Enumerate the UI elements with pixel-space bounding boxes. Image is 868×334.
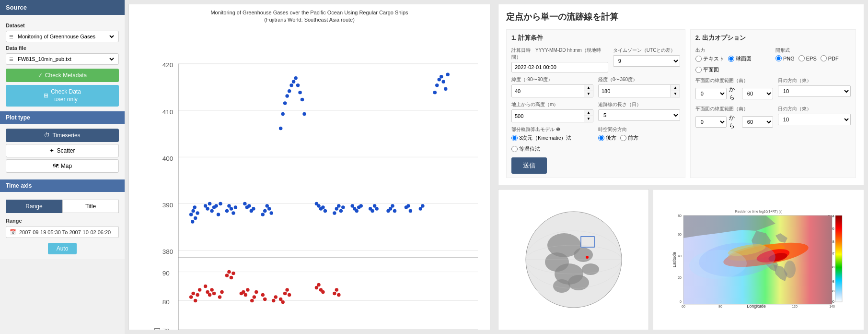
check-metadata-button[interactable]: ✓ Check Metadata (6, 69, 119, 82)
format-png-label[interactable]: PNG (775, 55, 795, 61)
check-data-button[interactable]: ⊞ Check Datauser only (6, 85, 119, 107)
format-png-radio[interactable] (775, 55, 782, 61)
svg-point-56 (324, 209, 327, 212)
dir-backward-radio[interactable] (598, 135, 604, 141)
right-panel: 定点から単一の流跡線を計算 1. 計算条件 計算日時 YYYY-MM-DD hh… (494, 0, 868, 334)
svg-point-26 (227, 204, 231, 207)
lat-north-select2[interactable]: 60 (742, 116, 773, 128)
calc-grid: 1. 計算条件 計算日時 YYYY-MM-DD hh:mm（現地時間） タイムゾ… (506, 29, 856, 178)
svg-text:410: 410 (162, 108, 173, 115)
svg-point-44 (288, 89, 291, 93)
format-eps-radio[interactable] (799, 55, 805, 61)
svg-text:120: 120 (792, 305, 798, 308)
alt-down[interactable]: ▼ (584, 116, 593, 122)
svg-point-108 (220, 290, 223, 294)
svg-point-16 (193, 205, 196, 209)
dataset-icon: ☰ (9, 34, 13, 39)
svg-point-121 (263, 297, 266, 300)
submit-button[interactable]: 送信 (511, 157, 547, 174)
svg-point-60 (339, 209, 343, 212)
svg-point-134 (335, 288, 338, 291)
format-pdf-radio[interactable] (821, 55, 827, 61)
dataset-select-wrapper[interactable]: ☰ Monitoring of Greenhouse Gases (6, 31, 119, 42)
dir-forward-label[interactable]: 前方 (620, 134, 638, 142)
lon-range-select1[interactable]: 10 (778, 85, 851, 97)
svg-point-109 (225, 274, 229, 277)
svg-text:60: 60 (678, 233, 682, 236)
model-iso-radio[interactable] (511, 146, 518, 152)
timeseries-button[interactable]: ⏱ Timeseries (6, 129, 119, 142)
svg-point-51 (302, 112, 306, 116)
lat-down[interactable]: ▼ (584, 91, 593, 97)
auto-button[interactable]: Auto (48, 243, 77, 254)
datetime-group: 計算日時 YYYY-MM-DD hh:mm（現地時間） (511, 47, 608, 72)
svg-point-49 (298, 91, 301, 94)
svg-point-72 (389, 207, 392, 210)
format-eps-label[interactable]: EPS (799, 55, 817, 61)
lat-input[interactable] (512, 85, 584, 97)
lon-up[interactable]: ▲ (671, 85, 680, 91)
svg-point-32 (247, 204, 251, 207)
output-flat-radio[interactable] (695, 67, 702, 73)
output-text-radio[interactable] (695, 56, 702, 62)
calc-panel-title: 定点から単一の流跡線を計算 (506, 11, 856, 23)
format-pdf-label[interactable]: PDF (821, 55, 839, 61)
svg-point-79 (441, 80, 445, 83)
output-text-label[interactable]: テキスト (695, 55, 724, 62)
svg-point-17 (204, 204, 207, 207)
output-globe-label[interactable]: 球面図 (728, 55, 752, 62)
svg-point-76 (435, 84, 439, 87)
scatter-button[interactable]: ✦ Scatter (6, 144, 119, 157)
svg-point-39 (269, 211, 273, 215)
svg-text:20: 20 (678, 276, 682, 279)
svg-point-117 (250, 298, 254, 302)
check-data-label: Check Datauser only (51, 88, 81, 103)
lat-input-wrapper[interactable]: ▲ ▼ (511, 84, 593, 97)
model-radio-group: 3次元（Kinematic）法 等温位法 (511, 134, 593, 153)
datafile-select[interactable]: FW81S_10min_pub.txt (16, 56, 116, 62)
dataset-select[interactable]: Monitoring of Greenhouse Gases (16, 33, 116, 40)
svg-point-122 (272, 298, 275, 302)
lon-input-wrapper[interactable]: ▲ ▼ (598, 84, 680, 97)
svg-point-102 (204, 285, 207, 288)
alt-input-wrapper[interactable]: ▲ ▼ (511, 109, 593, 122)
svg-point-50 (301, 98, 304, 101)
dir-forward-radio[interactable] (620, 135, 626, 141)
alt-input[interactable] (512, 110, 584, 122)
lat-north-select[interactable]: 60 (742, 88, 773, 99)
lat-up[interactable]: ▲ (584, 85, 593, 91)
lon-range-select2[interactable]: 10 (778, 114, 851, 125)
output-globe-radio[interactable] (728, 56, 734, 62)
dir-backward-label[interactable]: 後方 (598, 134, 616, 142)
svg-point-24 (219, 202, 222, 205)
range-tab[interactable]: Range (6, 200, 62, 213)
lat-south-select[interactable]: 0 (695, 88, 727, 99)
dur-select[interactable]: 5 (598, 109, 680, 121)
lat-range-row1: 平面図の緯度範囲（南） 0 から 60 日の方向（東） (695, 77, 851, 102)
map-button[interactable]: 🗺 Map (6, 159, 119, 173)
lon-label: 経度（0〜360度） (598, 76, 680, 83)
svg-point-114 (242, 290, 245, 294)
svg-point-166 (553, 279, 570, 293)
svg-text:90: 90 (162, 270, 170, 277)
lon-down[interactable]: ▼ (671, 91, 680, 97)
datetime-input[interactable] (511, 62, 608, 72)
lat-lon-row: 緯度（-90〜90度） ▲ ▼ 経度（0〜360度） (511, 76, 680, 97)
model-3d-radio[interactable] (511, 135, 518, 141)
datafile-select-wrapper[interactable]: ☰ FW81S_10min_pub.txt (6, 53, 119, 65)
chart-title-line2: (Fujitrans World: Southeast Asia route) (264, 17, 355, 23)
output-flat-label[interactable]: 平面図 (695, 66, 719, 73)
format-label: 開形式 (775, 47, 851, 54)
lat-south-select2[interactable]: 0 (695, 116, 727, 128)
model-3d-label[interactable]: 3次元（Kinematic）法 (511, 134, 571, 142)
title-tab[interactable]: Title (62, 200, 119, 213)
svg-text:380: 380 (162, 248, 173, 255)
output-group: 出力 テキスト 球面図 平 (695, 47, 771, 73)
lon-input[interactable] (599, 85, 671, 97)
alt-up[interactable]: ▲ (584, 110, 593, 116)
globe-svg (521, 207, 626, 312)
model-iso-label[interactable]: 等温位法 (511, 145, 540, 153)
svg-point-14 (196, 211, 199, 215)
datetime-label: 計算日時 YYYY-MM-DD hh:mm（現地時間） (511, 47, 608, 60)
timezone-select[interactable]: 9 (613, 55, 680, 67)
